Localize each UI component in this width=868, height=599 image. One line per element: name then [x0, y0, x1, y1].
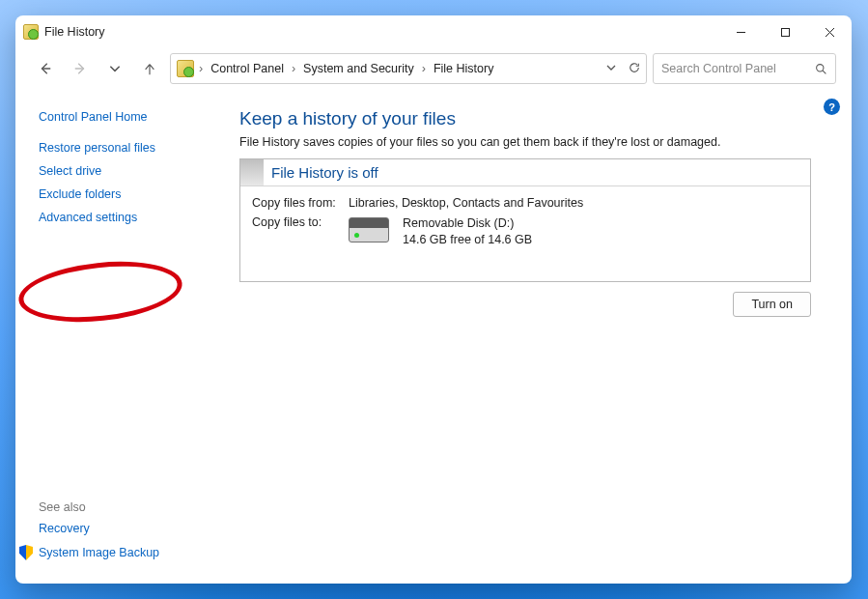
actions: Turn on [239, 292, 811, 317]
chevron-right-icon: › [421, 62, 427, 75]
address-icon [177, 60, 194, 77]
sidebar-item-select-drive[interactable]: Select drive [39, 164, 232, 178]
shield-icon [19, 545, 33, 560]
nav-row: › Control Panel › System and Security › … [15, 48, 852, 93]
chevron-right-icon: › [291, 62, 296, 75]
sidebar-item-advanced-settings[interactable]: Advanced settings [39, 211, 232, 224]
breadcrumb-control-panel[interactable]: Control Panel [208, 60, 287, 77]
window: File History › Con [15, 15, 852, 584]
panel-header: File History is off [240, 159, 810, 186]
panel-body: Copy files from: Libraries, Desktop, Con… [240, 186, 810, 281]
status-panel: File History is off Copy files from: Lib… [239, 158, 811, 282]
sidebar-item-exclude-folders[interactable]: Exclude folders [39, 187, 232, 201]
drive-free: 14.6 GB free of 14.6 GB [403, 232, 532, 248]
forward-button[interactable] [66, 55, 95, 82]
up-button[interactable] [135, 55, 164, 82]
window-title: File History [44, 25, 105, 39]
page-heading: Keep a history of your files [239, 108, 811, 129]
sidebar-item-restore[interactable]: Restore personal files [39, 141, 232, 155]
page-subtext: File History saves copies of your files … [239, 135, 811, 149]
see-also-recovery[interactable]: Recovery [39, 522, 232, 535]
titlebar: File History [15, 15, 852, 48]
turn-on-button[interactable]: Turn on [733, 292, 811, 317]
app-icon [23, 24, 39, 40]
search-box[interactable] [653, 53, 836, 84]
see-also-system-image-backup[interactable]: System Image Backup [19, 545, 232, 560]
maximize-button[interactable] [763, 15, 807, 48]
refresh-icon[interactable] [629, 62, 640, 76]
sidebar: Control Panel Home Restore personal file… [15, 93, 232, 584]
window-controls [718, 15, 852, 48]
recent-dropdown-icon[interactable] [100, 55, 129, 82]
see-also-label: Recovery [39, 522, 90, 535]
breadcrumb-file-history[interactable]: File History [431, 60, 497, 77]
address-dropdown-icon[interactable] [605, 62, 617, 76]
copy-from-value: Libraries, Desktop, Contacts and Favouri… [349, 196, 583, 210]
copy-to-label: Copy files to: [252, 215, 349, 248]
copy-from-label: Copy files from: [252, 196, 349, 210]
status-title: File History is off [264, 164, 378, 181]
main-content: Keep a history of your files File Histor… [232, 93, 852, 584]
search-input[interactable] [661, 62, 815, 75]
drive-name: Removable Disk (D:) [403, 215, 532, 232]
close-button[interactable] [807, 15, 852, 48]
see-also-header: See also [39, 495, 232, 514]
control-panel-home-link[interactable]: Control Panel Home [39, 110, 232, 124]
chevron-right-icon: › [198, 62, 204, 75]
address-bar[interactable]: › Control Panel › System and Security › … [170, 53, 647, 84]
annotation-circle [15, 254, 184, 328]
body: ? Control Panel Home Restore personal fi… [15, 93, 852, 584]
search-icon [815, 63, 827, 75]
svg-rect-1 [781, 28, 789, 36]
panel-stripe [240, 159, 264, 185]
breadcrumb-system-security[interactable]: System and Security [300, 60, 417, 77]
drive-icon [349, 217, 389, 242]
minimize-button[interactable] [718, 15, 763, 48]
svg-point-6 [817, 64, 824, 71]
back-button[interactable] [31, 55, 60, 82]
see-also-label: System Image Backup [39, 546, 159, 559]
drive-text: Removable Disk (D:) 14.6 GB free of 14.6… [403, 215, 532, 248]
svg-line-7 [823, 71, 826, 73]
